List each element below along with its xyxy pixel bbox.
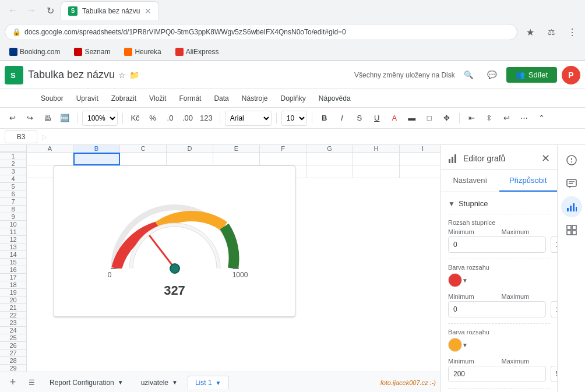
menu-zobrazit[interactable]: Zobrazit (105, 92, 142, 105)
comment-button[interactable]: 💬 (483, 66, 502, 84)
tab-uzivatele[interactable]: uzivatele ▼ (133, 376, 185, 390)
range1-min-input[interactable] (448, 301, 546, 317)
col-header-f[interactable]: F (260, 145, 306, 152)
decimal-inc-button[interactable]: .00 (180, 111, 195, 126)
extensions-button[interactable]: ⚖ (543, 24, 559, 40)
sheet-list-button[interactable]: ☰ (23, 375, 40, 391)
currency-button[interactable]: Kč (128, 111, 143, 126)
menu-doplnky[interactable]: Doplňky (274, 92, 311, 105)
grid-cell[interactable] (353, 165, 400, 178)
col-header-a[interactable]: A (27, 145, 73, 152)
grid-cell[interactable] (353, 153, 400, 165)
grid-cell-selected[interactable] (73, 153, 120, 165)
grid-cell[interactable] (167, 153, 213, 165)
range2-max-input[interactable] (551, 366, 557, 382)
bookmark-star-button[interactable]: ★ (522, 24, 538, 40)
zoom-select[interactable]: 100% (82, 111, 118, 126)
menu-vlozit[interactable]: Vložit (143, 92, 172, 105)
strikethrough-button[interactable]: S (352, 111, 367, 126)
color-dropdown-btn-1[interactable]: ▼ (462, 277, 468, 284)
range1-max-input[interactable] (551, 301, 557, 317)
font-select[interactable]: Arial (225, 111, 272, 126)
grid-cell[interactable] (306, 153, 353, 165)
col-header-c[interactable]: C (120, 145, 167, 152)
forward-button[interactable]: → (23, 2, 40, 19)
sidebar-chart-editor-button[interactable] (561, 196, 582, 217)
menu-button[interactable]: ⋮ (564, 24, 580, 40)
formula-input[interactable] (52, 130, 580, 143)
merge-button[interactable]: ✥ (439, 111, 454, 126)
color-dot-1[interactable] (448, 273, 462, 287)
cell-reference[interactable]: B3 (5, 130, 37, 143)
menu-soubor[interactable]: Soubor (35, 92, 69, 105)
grid-cell[interactable] (213, 153, 260, 165)
section-toggle-icon[interactable]: ▼ (448, 200, 455, 208)
tab-nastaveni[interactable]: Nastavení (441, 170, 499, 192)
decimal-dec-button[interactable]: .0 (163, 111, 178, 126)
grid-cell[interactable] (260, 153, 306, 165)
range-max-input[interactable] (551, 236, 557, 253)
sidebar-sheets-button[interactable] (561, 220, 582, 241)
print-button[interactable]: 🖶 (40, 111, 55, 126)
active-tab[interactable]: S Tabulka bez názvu ✕ (61, 1, 159, 20)
col-header-g[interactable]: G (306, 145, 353, 152)
italic-button[interactable]: I (334, 111, 350, 126)
tab-report-dropdown-icon[interactable]: ▼ (118, 379, 124, 386)
menu-napoveda[interactable]: Nápověda (313, 92, 357, 105)
bookmark-aliexpress[interactable]: AliExpress (171, 47, 224, 57)
align-button[interactable]: ⇤ (464, 111, 480, 126)
bookmark-heureka[interactable]: Heureka (119, 47, 165, 57)
bookmark-booking[interactable]: Booking.com (5, 47, 65, 57)
color-dropdown-btn-2[interactable]: ▼ (462, 342, 468, 348)
tab-prizpusobit[interactable]: Přizpůsobit (499, 170, 558, 192)
share-button[interactable]: 👥 Sdílet (506, 67, 557, 83)
back-button[interactable]: ← (5, 2, 21, 19)
col-header-e[interactable]: E (213, 145, 260, 152)
star-doc-button[interactable]: ☆ (118, 70, 126, 80)
redo-button[interactable]: ↪ (22, 111, 37, 126)
add-sheet-button[interactable]: + (5, 375, 21, 391)
range-min-input[interactable] (448, 236, 546, 253)
borders-button[interactable]: □ (422, 111, 437, 126)
more-formats-button[interactable]: 123 (198, 111, 215, 126)
text-color-button[interactable]: A (387, 111, 402, 126)
col-header-h[interactable]: H (353, 145, 400, 152)
col-header-i[interactable]: I (400, 145, 440, 152)
sidebar-comment-button[interactable] (561, 173, 582, 194)
tab-close-button[interactable]: ✕ (145, 6, 151, 16)
fill-color-button[interactable]: ▬ (404, 111, 420, 126)
address-bar[interactable]: 🔒 docs.google.com/spreadsheets/d/1PR8rVi… (5, 24, 517, 40)
col-header-b[interactable]: B (73, 145, 120, 152)
grid-cell[interactable] (120, 153, 167, 165)
grid-cell[interactable] (400, 153, 440, 165)
wrap-button[interactable]: ↩ (499, 111, 514, 126)
panel-close-button[interactable]: ✕ (541, 152, 550, 165)
underline-button[interactable]: U (369, 111, 385, 126)
valign-button[interactable]: ⇳ (482, 111, 497, 126)
menu-upravit[interactable]: Upravit (71, 92, 104, 105)
folder-doc-button[interactable]: 📁 (129, 70, 139, 80)
tab-report-configuration[interactable]: Report Configuration ▼ (42, 376, 131, 390)
collapse-toolbar-button[interactable]: ⌃ (534, 111, 549, 126)
reload-button[interactable]: ↻ (42, 2, 58, 19)
font-size-select[interactable]: 10 (281, 111, 307, 126)
tab-list1-dropdown-icon[interactable]: ▼ (216, 380, 221, 386)
col-header-d[interactable]: D (167, 145, 213, 152)
menu-nastroje[interactable]: Nástroje (236, 92, 274, 105)
more-toolbar-button[interactable]: ⋯ (517, 111, 532, 126)
grid-cell[interactable] (306, 165, 353, 178)
avatar[interactable]: P (562, 66, 580, 84)
paint-format-button[interactable]: 🆓 (57, 111, 72, 126)
menu-data[interactable]: Data (208, 92, 234, 105)
tab-list1[interactable]: List 1 ▼ (188, 376, 229, 389)
grid-cell[interactable] (27, 153, 73, 165)
undo-button[interactable]: ↩ (5, 111, 20, 126)
tab-uzivatele-dropdown-icon[interactable]: ▼ (172, 379, 178, 386)
range2-min-input[interactable] (448, 366, 546, 382)
color-dot-2[interactable] (448, 338, 462, 352)
search-button[interactable]: 🔍 (460, 66, 478, 84)
grid-cell[interactable] (400, 165, 440, 178)
sidebar-explore-button[interactable] (561, 150, 582, 171)
bookmark-seznam[interactable]: Seznam (69, 47, 115, 57)
percent-button[interactable]: % (145, 111, 160, 126)
